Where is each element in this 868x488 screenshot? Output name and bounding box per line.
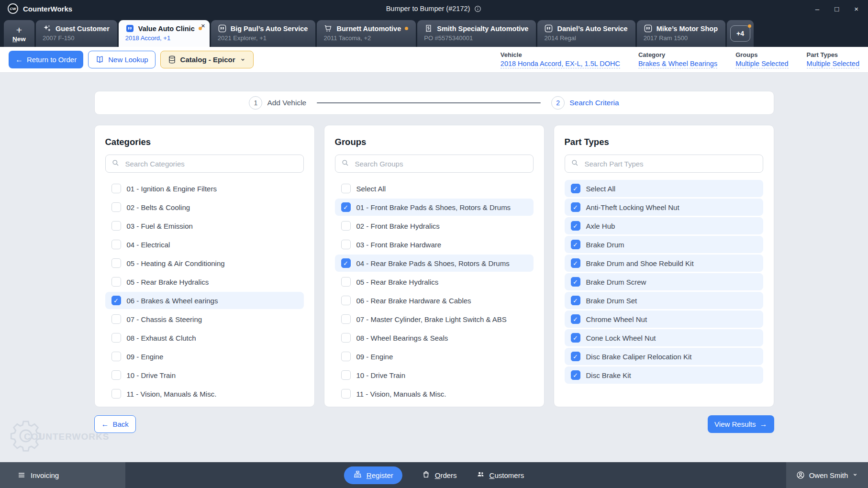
- tab-smith-specialty-automotive[interactable]: Smith Specialty AutomotivePO #5575340001: [417, 20, 536, 47]
- checkbox[interactable]: [111, 314, 121, 324]
- option-11-vision-manuals-misc[interactable]: 11 - Vision, Manuals & Misc.: [335, 385, 534, 402]
- option-brake-drum-and-shoe-rebuild-kit[interactable]: Brake Drum and Shoe Rebuild Kit: [565, 255, 763, 272]
- option-02-belts-cooling[interactable]: 02 - Belts & Cooling: [105, 199, 304, 216]
- tab-daniel-s-auto-service[interactable]: Daniel’s Auto Service2014 Regal: [537, 20, 635, 47]
- checkbox[interactable]: [111, 370, 121, 380]
- option-06-brakes-wheel-earings[interactable]: 06 - Brakes & Wheel earings: [105, 292, 304, 309]
- search-input[interactable]: [124, 159, 298, 168]
- option-04-rear-brake-pads-shoes-rotors-drums[interactable]: 04 - Rear Brake Pads & Shoes, Rotors & D…: [335, 255, 534, 272]
- option-05-rear-brake-hydralics[interactable]: 05 - Rear Brake Hydralics: [335, 273, 534, 290]
- option-05-rear-brake-hydralics[interactable]: 05 - Rear Brake Hydralics: [105, 273, 304, 290]
- checkbox[interactable]: [341, 296, 351, 305]
- checkbox[interactable]: [571, 277, 580, 287]
- invoicing-menu-button[interactable]: Invoicing: [0, 462, 125, 488]
- option-cone-lock-wheel-nut[interactable]: Cone Lock Wheel Nut: [565, 329, 763, 346]
- tab-big-paul-s-auto-service[interactable]: Big Paul’s Auto Service2021 Explorer, +1: [211, 20, 316, 47]
- step-add-vehicle[interactable]: 1 Add Vehicle: [249, 96, 306, 110]
- minimize-button[interactable]: –: [815, 5, 819, 12]
- checkbox[interactable]: [111, 258, 121, 268]
- checkbox[interactable]: [571, 333, 580, 343]
- new-lookup-button[interactable]: New Lookup: [88, 51, 155, 68]
- checkbox[interactable]: [111, 389, 121, 399]
- checkbox[interactable]: [111, 277, 121, 287]
- option-disc-brake-kit[interactable]: Disc Brake Kit: [565, 366, 763, 384]
- maximize-button[interactable]: □: [835, 5, 839, 12]
- option-08-wheel-bearings-seals[interactable]: 08 - Wheel Bearings & Seals: [335, 329, 534, 346]
- checkbox[interactable]: [571, 352, 580, 361]
- tab-guest-customer[interactable]: Guest Customer2007 F-150: [36, 20, 117, 47]
- tab-value-auto-clinic[interactable]: Value Auto Clinic2018 Accord, +1×: [119, 20, 210, 47]
- new-tab-button[interactable]: + New: [4, 20, 34, 47]
- overflow-tabs-button[interactable]: +4: [730, 25, 750, 42]
- step-search-criteria[interactable]: 2 Search Criteria: [551, 96, 619, 110]
- option-03-fuel-emission[interactable]: 03 - Fuel & Emission: [105, 217, 304, 234]
- option-10-drive-train[interactable]: 10 - Drive Train: [335, 366, 534, 384]
- checkbox[interactable]: [341, 370, 351, 380]
- option-brake-drum-set[interactable]: Brake Drum Set: [565, 292, 763, 309]
- checkbox[interactable]: [111, 352, 121, 361]
- option-07-master-cylinder-brake-light-switch-abs[interactable]: 07 - Master Cylinder, Brake Light Switch…: [335, 311, 534, 328]
- close-tab-icon[interactable]: ×: [201, 22, 205, 29]
- checkbox[interactable]: [571, 314, 580, 324]
- checkbox[interactable]: [111, 221, 121, 231]
- checkbox[interactable]: [571, 184, 580, 193]
- option-06-rear-brake-hardware-cables[interactable]: 06 - Rear Brake Hardware & Cables: [335, 292, 534, 309]
- checkbox[interactable]: [341, 314, 351, 324]
- return-to-order-button[interactable]: ← Return to Order: [9, 51, 83, 68]
- footer-nav-register[interactable]: Register: [344, 466, 402, 484]
- user-menu[interactable]: Owen Smith: [786, 462, 868, 488]
- checkbox[interactable]: [571, 240, 580, 249]
- option-11-vision-manuals-misc[interactable]: 11 - Vision, Manuals & Misc.: [105, 385, 304, 402]
- option-05-heating-air-conditioning[interactable]: 05 - Heating & Air Conditioning: [105, 255, 304, 272]
- option-10-drive-train[interactable]: 10 - Drive Train: [105, 366, 304, 384]
- option-brake-drum-screw[interactable]: Brake Drum Screw: [565, 273, 763, 290]
- option-09-engine[interactable]: 09 - Engine: [105, 348, 304, 365]
- option-chrome-wheel-nut[interactable]: Chrome Wheel Nut: [565, 311, 763, 328]
- option-brake-drum[interactable]: Brake Drum: [565, 236, 763, 253]
- close-button[interactable]: ×: [854, 5, 858, 12]
- info-icon[interactable]: [474, 5, 482, 13]
- checkbox[interactable]: [341, 352, 351, 361]
- option-anti-theft-locking-wheel-nut[interactable]: Anti-Theft Locking Wheel Nut: [565, 199, 763, 216]
- option-select-all[interactable]: Select All: [335, 180, 534, 197]
- checkbox[interactable]: [341, 221, 351, 231]
- checkbox[interactable]: [571, 221, 580, 231]
- catalog-dropdown[interactable]: Catalog - Epicor: [160, 51, 254, 68]
- checkbox[interactable]: [111, 184, 121, 193]
- checkbox[interactable]: [111, 202, 121, 212]
- checkbox[interactable]: [341, 240, 351, 249]
- context-value-link[interactable]: Multiple Selected: [807, 60, 859, 68]
- checkbox[interactable]: [111, 296, 121, 305]
- option-disc-brake-caliper-relocation-kit[interactable]: Disc Brake Caliper Relocation Kit: [565, 348, 763, 365]
- checkbox[interactable]: [571, 258, 580, 268]
- option-04-electrical[interactable]: 04 - Electrical: [105, 236, 304, 253]
- checkbox[interactable]: [571, 296, 580, 305]
- context-value-link[interactable]: Brakes & Wheel Bearings: [638, 60, 717, 68]
- view-results-button[interactable]: View Results →: [708, 415, 774, 433]
- checkbox[interactable]: [111, 333, 121, 343]
- search-input[interactable]: [354, 159, 528, 168]
- footer-nav-customers[interactable]: Customers: [476, 470, 524, 480]
- option-08-exhaust-clutch[interactable]: 08 - Exhaust & Clutch: [105, 329, 304, 346]
- option-07-chassis-steering[interactable]: 07 - Chassis & Steering: [105, 311, 304, 328]
- checkbox[interactable]: [111, 240, 121, 249]
- checkbox[interactable]: [341, 184, 351, 193]
- footer-nav-orders[interactable]: Orders: [422, 470, 457, 480]
- checkbox[interactable]: [341, 202, 351, 212]
- option-01-front-brake-pads-shoes-rotors-drums[interactable]: 01 - Front Brake Pads & Shoes, Rotors & …: [335, 199, 534, 216]
- checkbox[interactable]: [341, 258, 351, 268]
- option-03-front-brake-hardware[interactable]: 03 - Front Brake Hardware: [335, 236, 534, 253]
- option-02-front-brake-hydralics[interactable]: 02 - Front Brake Hydralics: [335, 217, 534, 234]
- checkbox[interactable]: [571, 370, 580, 380]
- option-01-ignition-engine-filters[interactable]: 01 - Ignition & Engine Filters: [105, 180, 304, 197]
- checkbox[interactable]: [341, 389, 351, 399]
- context-value-link[interactable]: Multiple Selected: [735, 60, 788, 68]
- checkbox[interactable]: [341, 277, 351, 287]
- tab-mike-s-motor-shop[interactable]: Mike’s Motor Shop2017 Ram 1500: [637, 20, 725, 47]
- search-input[interactable]: [584, 159, 757, 168]
- checkbox[interactable]: [341, 333, 351, 343]
- option-select-all[interactable]: Select All: [565, 180, 763, 197]
- option-axle-hub[interactable]: Axle Hub: [565, 217, 763, 234]
- tab-burnett-automotive[interactable]: Burnett Automotive2011 Tacoma, +2: [317, 20, 416, 47]
- option-09-engine[interactable]: 09 - Engine: [335, 348, 534, 365]
